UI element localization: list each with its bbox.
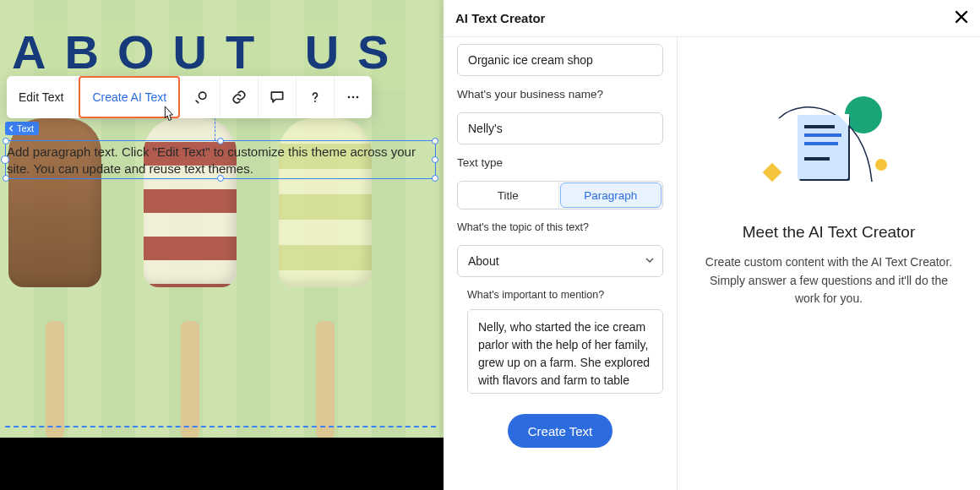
more-button[interactable] (335, 76, 372, 118)
resize-handle[interactable] (217, 138, 224, 144)
comment-icon (269, 89, 286, 106)
ai-info-column: Meet the AI Text Creator Create custom c… (678, 37, 980, 490)
selection-type-chip[interactable]: Text (5, 122, 39, 135)
animation-button[interactable] (182, 76, 220, 118)
text-type-segmented: Title Paragraph (457, 181, 663, 210)
text-type-paragraph-option[interactable]: Paragraph (560, 182, 662, 208)
resize-handle[interactable] (432, 175, 438, 182)
important-label: What's important to mention? (467, 289, 663, 301)
comment-button[interactable] (259, 76, 297, 118)
help-icon (307, 89, 324, 106)
link-icon (231, 89, 248, 106)
link-button[interactable] (220, 76, 259, 118)
panel-title: AI Text Creator (455, 11, 545, 25)
animation-icon (193, 89, 210, 106)
ai-form: What's your business name? Text type Tit… (444, 37, 678, 490)
resize-handle[interactable] (3, 175, 9, 182)
svg-point-0 (199, 92, 206, 99)
create-ai-text-button[interactable]: Create AI Text (79, 76, 180, 118)
important-textarea[interactable] (467, 309, 663, 394)
alignment-guide-horizontal (5, 426, 436, 427)
resize-handle[interactable] (3, 138, 9, 144)
more-icon (345, 89, 362, 106)
text-type-title-option[interactable]: Title (458, 182, 559, 209)
svg-point-2 (348, 96, 351, 99)
ai-info-title: Meet the AI Text Creator (743, 223, 916, 242)
svg-point-1 (314, 101, 316, 102)
text-floating-toolbar: Edit Text Create AI Text (7, 76, 372, 118)
resize-handle[interactable] (432, 156, 438, 163)
chevron-down-icon (645, 253, 655, 269)
editor-canvas: ABOUT US Text Add paragraph text. Click … (0, 0, 444, 490)
resize-handle[interactable] (1, 155, 9, 164)
chevron-left-icon (8, 125, 15, 132)
help-button[interactable] (297, 76, 335, 118)
selection-type-label: Text (17, 123, 34, 133)
text-type-label: Text type (457, 156, 663, 169)
svg-point-4 (357, 96, 359, 99)
footer-strip (0, 438, 444, 490)
svg-point-3 (352, 96, 355, 99)
ai-text-panel: AI Text Creator What's your business nam… (444, 0, 980, 490)
resize-handle[interactable] (432, 138, 438, 144)
selection-outline[interactable] (5, 140, 436, 179)
ai-info-description: Create custom content with the AI Text C… (703, 253, 955, 308)
topic-select-value[interactable] (457, 245, 663, 277)
create-text-button[interactable]: Create Text (508, 414, 612, 448)
topic-select[interactable] (457, 245, 663, 277)
page-heading: ABOUT US (7, 20, 429, 76)
business-name-field[interactable] (457, 112, 663, 144)
edit-text-button[interactable]: Edit Text (7, 76, 76, 118)
ai-illustration (765, 96, 892, 198)
panel-header: AI Text Creator (444, 0, 980, 37)
resize-handle[interactable] (217, 175, 224, 182)
close-icon (955, 10, 968, 24)
topic-label: What's the topic of this text? (457, 221, 663, 233)
business-description-field[interactable] (457, 44, 663, 76)
business-name-label: What's your business name? (457, 88, 663, 101)
panel-close-button[interactable] (955, 8, 968, 28)
